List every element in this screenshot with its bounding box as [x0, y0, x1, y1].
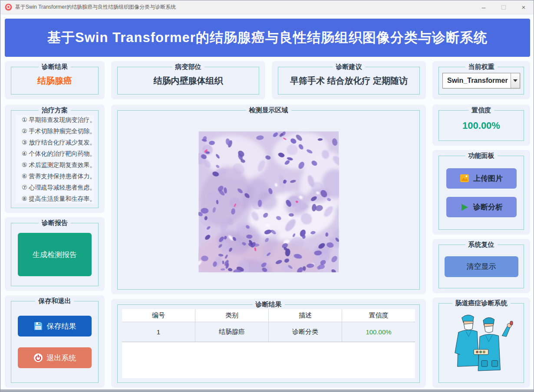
branding-legend: 肠道癌症诊断系统 [452, 300, 511, 306]
panel-treatment-plan: 治疗方案 ① 早期筛查发现病变治疗。 ② 手术切除肿瘤完全切除。 ③ 放疗结合化… [5, 105, 105, 213]
list-item: ③ 放疗结合化疗减少复发。 [22, 137, 94, 148]
maximize-button[interactable] [494, 0, 514, 14]
page-title: 基于Swin Transformer的结肠腺癌与良性结肠组织图像分类与诊断系统 [5, 19, 530, 57]
upload-image-button[interactable]: 上传图片 [446, 168, 517, 189]
display-area-legend: 检测显示区域 [246, 107, 291, 113]
save-exit-legend: 保存和退出 [36, 297, 74, 304]
list-item: ⑤ 术后监测定期复查效果。 [22, 159, 94, 170]
panel-report: 诊断报告 生成检测报告 [5, 217, 105, 291]
results-table: 编号 类别 描述 置信度 1 结肠腺癌 诊断分类 100.00% [122, 309, 415, 378]
treatment-plan-list: ① 早期筛查发现病变治疗。 ② 手术切除肿瘤完全切除。 ③ 放疗结合化疗减少复发… [16, 115, 94, 203]
panel-function: 功能面板 上传图片 诊断分析 [432, 150, 530, 235]
panel-diagnosis-result: 诊断结果 结肠腺癌 [5, 61, 105, 99]
panel-results-table: 诊断结果 编号 类别 描述 置信度 1 结肠腺癌 诊断分类 100.00% [111, 299, 426, 388]
save-results-label: 保存结果 [47, 321, 76, 331]
app-icon [5, 3, 12, 11]
confidence-legend: 置信度 [468, 107, 494, 113]
exit-system-label: 退出系统 [47, 353, 76, 363]
main-content: 基于Swin Transformer的结肠腺癌与良性结肠组织图像分类与诊断系统 … [0, 14, 534, 389]
column-header: 描述 [269, 309, 342, 322]
titlebar: 基于Swin Transformer的结肠腺癌与良性结肠组织图像分类与诊断系统 … [0, 0, 534, 14]
treatment-plan-legend: 治疗方案 [39, 107, 71, 113]
window-controls: – × [474, 0, 534, 14]
confidence-value: 100.00% [462, 120, 500, 131]
upload-image-label: 上传图片 [473, 173, 503, 183]
weights-dropdown[interactable]: Swin_Transformer [442, 73, 520, 88]
report-legend: 诊断报告 [39, 219, 71, 226]
window-bottom-frame [0, 389, 534, 392]
list-item: ② 手术切除肿瘤完全切除。 [22, 125, 94, 137]
weights-dropdown-value: Swin_Transformer [443, 77, 511, 85]
doctors-illustration [442, 307, 520, 379]
function-panel-legend: 功能面板 [465, 152, 498, 159]
list-item: ⑦ 心理疏导减轻患者焦虑。 [22, 182, 94, 193]
list-item: ① 早期筛查发现病变治疗。 [22, 114, 94, 125]
list-item: ④ 个体化的治疗靶向药物。 [22, 148, 94, 159]
panel-branding: 肠道癌症诊断系统 [432, 297, 530, 388]
generate-report-button[interactable]: 生成检测报告 [18, 233, 92, 276]
panel-diagnosis-advice: 诊断建议 早筛手术 结合放化疗 定期随访 [272, 61, 426, 99]
current-weights-legend: 当前权重 [465, 63, 498, 70]
diagnosis-result-value: 结肠腺癌 [37, 75, 72, 87]
diagnosis-advice-value: 早筛手术 结合放化疗 定期随访 [290, 75, 408, 87]
panel-confidence: 置信度 100.00% [432, 105, 530, 146]
lesion-site-legend: 病变部位 [172, 63, 204, 70]
histology-image [198, 131, 339, 272]
diagnosis-result-legend: 诊断结果 [39, 63, 71, 70]
app-window: 基于Swin Transformer的结肠腺癌与良性结肠组织图像分类与诊断系统 … [0, 0, 534, 392]
analyze-label: 诊断分析 [473, 202, 503, 212]
panel-current-weights: 当前权重 Swin_Transformer [432, 61, 530, 99]
chevron-down-icon [513, 79, 518, 82]
save-results-button[interactable]: 保存结果 [18, 316, 92, 336]
column-header: 置信度 [342, 309, 415, 322]
column-header: 编号 [122, 309, 195, 322]
cell-id: 1 [122, 322, 195, 342]
table-header-row: 编号 类别 描述 置信度 [122, 309, 415, 322]
minimize-button[interactable]: – [474, 0, 494, 14]
list-item: ⑧ 提高生活质量和生存率。 [22, 193, 94, 204]
column-header: 类别 [195, 309, 269, 322]
analyze-button[interactable]: 诊断分析 [446, 197, 517, 217]
cell-confidence: 100.00% [342, 322, 415, 342]
panel-lesion-site: 病变部位 结肠内壁腺体组织 [111, 61, 265, 99]
table-empty-area [122, 342, 415, 378]
list-item: ⑥ 营养支持保持患者体力。 [22, 170, 94, 182]
panel-system-reset: 系统复位 清空显示 [432, 239, 530, 293]
clear-display-button[interactable]: 清空显示 [445, 256, 518, 277]
table-row[interactable]: 1 结肠腺癌 诊断分类 100.00% [122, 322, 415, 342]
exit-system-button[interactable]: 退出系统 [18, 347, 92, 368]
histology-image-frame [198, 131, 339, 272]
image-icon [460, 173, 469, 183]
cell-category: 结肠腺癌 [195, 322, 269, 342]
play-icon [460, 203, 469, 212]
lesion-site-value: 结肠内壁腺体组织 [154, 75, 223, 87]
panel-save-exit: 保存和退出 保存结果 [5, 295, 105, 388]
diagnosis-advice-legend: 诊断建议 [333, 63, 365, 70]
close-button[interactable]: × [514, 0, 534, 14]
panel-display-area: 检测显示区域 [111, 105, 426, 294]
system-reset-legend: 系统复位 [465, 241, 498, 248]
maximize-icon [501, 5, 506, 10]
power-icon [33, 353, 43, 363]
results-table-legend: 诊断结果 [253, 301, 285, 307]
dropdown-arrow-button[interactable] [511, 73, 520, 88]
window-title: 基于Swin Transformer的结肠腺癌与良性结肠组织图像分类与诊断系统 [15, 3, 176, 11]
cell-description: 诊断分类 [269, 322, 342, 342]
save-icon [33, 321, 43, 331]
